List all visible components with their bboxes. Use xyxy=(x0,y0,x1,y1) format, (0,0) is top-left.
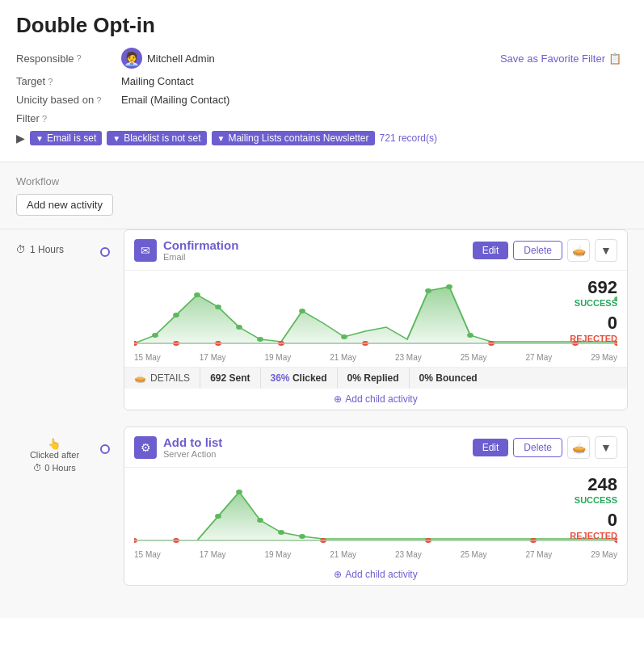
workflow-section: Workflow Add new activity xyxy=(0,162,644,229)
replied-stat-1: 0% Replied xyxy=(338,368,410,389)
delete-button-2[interactable]: Delete xyxy=(513,438,562,457)
plus-icon-1: ⊕ xyxy=(334,393,342,405)
card-header-2: ⚙ Add to list Server Action Edit Delete … xyxy=(124,427,627,468)
filter-row: ▶ ▼ Email is set ▼ Blacklist is not set … xyxy=(16,131,628,145)
pie-icon-1: 🥧 xyxy=(134,372,146,384)
workflow-body: ⏱ 1 Hours ✉ Confirmation Email Edit Dele… xyxy=(0,229,644,618)
card-title-area-2: Add to list Server Action xyxy=(163,435,466,459)
filter-tag-blacklist: ▼ Blacklist is not set xyxy=(107,131,206,145)
svg-marker-0 xyxy=(134,287,617,343)
chart-area-1 xyxy=(124,271,627,351)
svg-point-5 xyxy=(215,305,221,309)
page-title: Double Opt-in xyxy=(16,13,628,38)
card-footer-1: 🥧 DETAILS 692 Sent 36% Clicked 0% Replie… xyxy=(124,367,627,389)
sent-stat-1: 692 Sent xyxy=(200,368,260,389)
chart-svg-2 xyxy=(134,476,617,549)
activity-row-2: 👆 Clicked after ⏱ 0 Hours ⚙ Add to list … xyxy=(16,427,628,586)
chart-labels-1: 15 May 17 May 19 May 21 May 23 May 25 Ma… xyxy=(124,351,627,367)
record-count: 721 record(s) xyxy=(380,132,437,144)
edit-button-1[interactable]: Edit xyxy=(473,242,509,259)
edit-button-2[interactable]: Edit xyxy=(473,439,509,456)
add-child-button-2[interactable]: ⊕ Add child activity xyxy=(124,564,627,585)
timeline-dot-2 xyxy=(100,444,110,454)
clock-icon-2: ⏱ xyxy=(33,463,42,473)
success-label-1: SUCCESS xyxy=(570,298,617,308)
avatar: 🧑‍💼 xyxy=(121,48,142,69)
trigger-label-area: 👆 Clicked after ⏱ 0 Hours xyxy=(16,427,93,473)
pie-chart-button-1[interactable]: 🥧 xyxy=(567,239,590,262)
svg-marker-23 xyxy=(134,492,617,540)
add-activity-button[interactable]: Add new activity xyxy=(16,194,113,216)
timeline-dot-col-2 xyxy=(93,427,117,454)
filter-label: Filter ? xyxy=(16,112,121,124)
card-subtitle-2: Server Action xyxy=(163,449,466,459)
activity-card-2: ⚙ Add to list Server Action Edit Delete … xyxy=(124,427,628,586)
stats-col-2: 248 SUCCESS 0 REJECTED xyxy=(570,474,617,540)
timeline-dot-1 xyxy=(100,247,110,257)
chart-svg-1 xyxy=(134,279,617,351)
svg-point-2 xyxy=(152,333,158,338)
unicity-help[interactable]: ? xyxy=(96,95,101,105)
filter-help[interactable]: ? xyxy=(42,114,47,124)
filter-funnel-icon: ▼ xyxy=(36,134,44,143)
filter-expand-icon[interactable]: ▶ xyxy=(16,132,25,145)
card-subtitle-1: Email xyxy=(163,252,466,262)
svg-point-6 xyxy=(236,325,242,330)
responsible-label: Responsible ? xyxy=(16,53,121,65)
page-header: Double Opt-in Responsible ? 🧑‍💼 Mitchell… xyxy=(0,0,644,162)
clock-icon-1: ⏱ xyxy=(16,244,26,255)
filter-tag-mailing: ▼ Mailing Lists contains Newsletter xyxy=(212,131,375,145)
target-help[interactable]: ? xyxy=(48,77,53,86)
chart-labels-2: 15 May 17 May 19 May 21 May 23 May 25 Ma… xyxy=(124,549,627,564)
svg-point-24 xyxy=(215,514,221,519)
plus-icon-2: ⊕ xyxy=(334,569,342,580)
card-title-area-1: Confirmation Email xyxy=(163,238,466,262)
filter-funnel-icon-3: ▼ xyxy=(217,134,225,143)
meta-grid: Responsible ? 🧑‍💼 Mitchell Admin Save as… xyxy=(16,48,628,152)
responsible-help[interactable]: ? xyxy=(77,53,82,63)
responsible-value: 🧑‍💼 Mitchell Admin xyxy=(121,48,229,69)
svg-point-11 xyxy=(446,284,452,289)
success-count-2: 248 xyxy=(570,474,617,495)
success-count-1: 692 xyxy=(570,277,617,298)
svg-point-10 xyxy=(425,288,431,293)
card-header-1: ✉ Confirmation Email Edit Delete 🥧 ▼ xyxy=(124,230,627,271)
rejected-label-2: REJECTED xyxy=(570,531,617,540)
chart-container-1: 692 SUCCESS 0 REJECTED 15 May 17 May 19 … xyxy=(124,271,627,367)
click-icon: 👆 xyxy=(48,438,61,450)
details-button-1[interactable]: 🥧 DETAILS xyxy=(124,368,200,389)
filter-save-icon: 📋 xyxy=(608,53,621,65)
add-child-button-1[interactable]: ⊕ Add child activity xyxy=(124,389,627,410)
workflow-label: Workflow xyxy=(16,175,628,187)
save-filter-button[interactable]: Save as Favorite Filter 📋 xyxy=(494,49,628,68)
svg-point-9 xyxy=(341,334,347,339)
activity-row: ⏱ 1 Hours ✉ Confirmation Email Edit Dele… xyxy=(16,229,628,410)
pie-chart-button-2[interactable]: 🥧 xyxy=(567,436,590,459)
card-actions-2: Edit Delete 🥧 ▼ xyxy=(473,436,617,459)
filter-button-1[interactable]: ▼ xyxy=(595,239,617,262)
card-actions-1: Edit Delete 🥧 ▼ xyxy=(473,239,617,262)
filter-funnel-icon-2: ▼ xyxy=(112,134,120,143)
svg-point-26 xyxy=(257,518,263,523)
time-label-1: ⏱ 1 Hours xyxy=(16,229,93,255)
rejected-label-1: REJECTED xyxy=(570,334,617,343)
svg-point-8 xyxy=(299,309,305,313)
card-title-2: Add to list xyxy=(163,435,466,449)
rejected-count-2: 0 xyxy=(570,510,617,531)
svg-point-25 xyxy=(236,490,242,494)
svg-point-28 xyxy=(299,534,305,539)
clicked-stat-1: 36% Clicked xyxy=(261,368,338,389)
svg-point-3 xyxy=(173,313,179,317)
delete-button-1[interactable]: Delete xyxy=(513,241,562,260)
target-value: Mailing Contact xyxy=(121,75,229,87)
filter-tag-email: ▼ Email is set xyxy=(30,131,102,145)
trigger-time: ⏱ 0 Hours xyxy=(33,463,76,473)
email-icon: ✉ xyxy=(134,239,157,262)
svg-point-27 xyxy=(278,530,284,535)
unicity-label: Unicity based on ? xyxy=(16,94,121,106)
stats-col-1: 692 SUCCESS 0 REJECTED xyxy=(570,277,617,343)
unicity-value: Email (Mailing Contact) xyxy=(121,94,229,106)
filter-button-2[interactable]: ▼ xyxy=(595,436,617,459)
timeline-dot-col-1 xyxy=(93,229,117,257)
svg-point-12 xyxy=(467,333,474,338)
